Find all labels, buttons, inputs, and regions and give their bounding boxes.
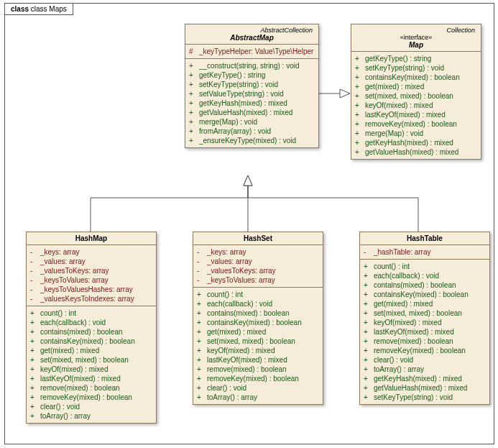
visibility: + (197, 355, 203, 365)
visibility: + (364, 355, 369, 365)
member-text: removeKey(mixed) : boolean (40, 393, 132, 402)
member-text: each(callback) : void (40, 318, 106, 327)
visibility: - (197, 275, 203, 285)
ops: +count() : int+each(callback) : void+con… (27, 306, 156, 423)
member-row: +removeKey(mixed) : boolean (355, 119, 477, 129)
member-text: keyOf(mixed) : mixed (365, 101, 433, 110)
visibility: + (30, 402, 36, 411)
visibility: - (30, 285, 36, 294)
member-text: fromArray(array) : void (199, 127, 271, 136)
member-text: _valuesToKeys: array (40, 266, 109, 275)
visibility: + (189, 89, 195, 99)
member-row: +setValueType(string) : void (189, 89, 315, 99)
member-text: _keysToValues: array (207, 275, 275, 285)
member-text: each(callback) : void (207, 299, 272, 308)
member-text: _values: array (40, 257, 86, 266)
visibility: - (197, 247, 203, 257)
class-HashTable: HashTable -_hashTable: array +count() : … (359, 232, 490, 405)
visibility: + (364, 318, 369, 327)
member-row: +lastKeyOf(mixed) : mixed (197, 355, 319, 365)
member-text: setValueType(string) : void (199, 89, 284, 99)
member-row: +removeKey(mixed) : boolean (30, 393, 152, 402)
member-row: -_hashTable: array (364, 247, 486, 257)
visibility: + (30, 355, 36, 365)
visibility: + (30, 374, 36, 383)
member-text: setKeyType(string) : void (365, 63, 444, 73)
member-text: _valuesKeysToIndexes: array (40, 294, 134, 303)
member-text: lastKeyOf(mixed) : mixed (374, 327, 454, 337)
member-row: +setKeyType(string) : void (355, 63, 477, 73)
member-text: contains(mixed) : boolean (40, 327, 123, 337)
visibility: + (364, 337, 369, 346)
member-row: +getKeyHash(mixed) : mixed (355, 138, 477, 147)
member-text: each(callback) : void (374, 271, 439, 280)
member-text: _valuesToKeys: array (207, 266, 276, 275)
member-row: +remove(mixed) : boolean (197, 365, 319, 374)
class-name: HashTable (363, 234, 487, 242)
member-row: -_values: array (197, 257, 319, 266)
member-text: get(mixed) : mixed (40, 346, 99, 355)
member-row: +toArray() : array (197, 393, 319, 402)
member-text: _ensureKeyType(mixed) : void (199, 136, 296, 145)
visibility: + (355, 101, 361, 110)
member-row: +set(mixed, mixed) : boolean (30, 355, 152, 365)
member-row: +clear() : void (30, 402, 152, 411)
member-row: -_valuesKeysToIndexes: array (30, 294, 152, 303)
member-text: containsKey(mixed) : boolean (374, 290, 469, 299)
visibility: + (30, 327, 36, 337)
visibility: + (189, 127, 195, 136)
member-text: _keys: array (207, 247, 246, 257)
member-row: +removeKey(mixed) : boolean (364, 346, 486, 355)
member-row: +contains(mixed) : boolean (197, 308, 319, 318)
member-row: +containsKey(mixed) : boolean (197, 318, 319, 327)
member-text: clear() : void (374, 355, 413, 365)
member-row: -_keysToValues: array (30, 275, 152, 285)
member-text: set(mixed, mixed) : boolean (207, 337, 295, 346)
visibility: # (189, 47, 195, 56)
visibility: + (197, 299, 203, 308)
class-name: AbstractMap (188, 34, 315, 42)
attrs: #_keyTypeHelper: Value\Type\Helper (185, 45, 318, 59)
class-HashSet: HashSet -_keys: array-_values: array-_va… (193, 232, 323, 405)
member-row: #_keyTypeHelper: Value\Type\Helper (189, 47, 315, 56)
member-row: +get(mixed) : mixed (197, 327, 319, 337)
ops: +count() : int+each(callback) : void+con… (193, 288, 323, 404)
member-text: lastKeyOf(mixed) : mixed (40, 374, 121, 383)
visibility: - (30, 257, 36, 266)
visibility: + (197, 383, 203, 393)
member-text: removeKey(mixed) : boolean (374, 346, 466, 355)
visibility: + (364, 299, 369, 308)
visibility: - (197, 257, 203, 266)
member-text: clear() : void (40, 402, 80, 411)
visibility: + (355, 119, 361, 129)
member-text: getKeyHash(mixed) : mixed (374, 374, 462, 383)
member-row: +_ensureKeyType(mixed) : void (189, 136, 315, 145)
member-row: +removeKey(mixed) : boolean (197, 374, 319, 383)
member-text: count() : int (374, 262, 410, 271)
visibility: + (30, 318, 36, 327)
member-row: +setKeyType(string) : void (189, 80, 315, 89)
member-text: containsKey(mixed) : boolean (207, 318, 302, 327)
member-row: +clear() : void (364, 355, 486, 365)
attrs: -_keys: array-_values: array-_valuesToKe… (27, 245, 156, 306)
visibility: + (364, 327, 369, 337)
ops: +__construct(string, string) : void+getK… (185, 59, 318, 147)
member-text: removeKey(mixed) : boolean (207, 374, 299, 383)
visibility: + (355, 63, 361, 73)
visibility: + (364, 271, 369, 280)
class-name: Map (354, 41, 478, 49)
visibility: + (189, 136, 195, 145)
member-row: +getValueHash(mixed) : mixed (189, 108, 315, 117)
member-row: +each(callback) : void (30, 318, 152, 327)
visibility: + (364, 308, 369, 318)
member-row: -_valuesToKeys: array (197, 266, 319, 275)
member-text: count() : int (207, 290, 243, 299)
member-text: _hashTable: array (374, 247, 431, 257)
member-row: +count() : int (30, 308, 152, 318)
member-text: _keys: array (40, 247, 79, 257)
member-text: remove(mixed) : boolean (207, 365, 287, 374)
member-text: remove(mixed) : boolean (374, 337, 453, 346)
visibility: - (197, 266, 203, 275)
member-row: +set(mixed, mixed) : boolean (364, 308, 486, 318)
member-row: +lastKeyOf(mixed) : mixed (355, 110, 477, 119)
